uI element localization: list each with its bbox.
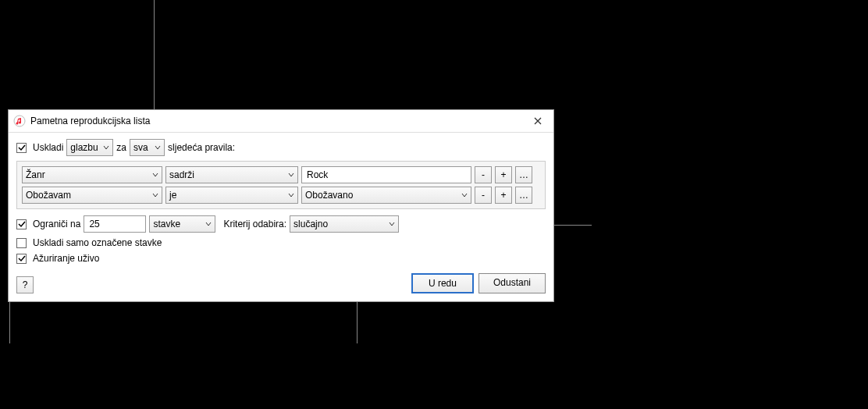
- help-button[interactable]: ?: [16, 276, 34, 293]
- match-type-select[interactable]: glazbu: [66, 139, 113, 156]
- music-app-icon: [13, 115, 26, 127]
- add-rule-button[interactable]: +: [495, 187, 512, 204]
- input-value: Rock: [307, 169, 328, 180]
- rule-field-select[interactable]: Obožavam: [22, 187, 162, 204]
- select-value: Žanr: [26, 169, 45, 180]
- select-value: stavke: [153, 219, 180, 229]
- rules-suffix-label: sljedeća pravila:: [168, 142, 235, 153]
- callout-line: [154, 0, 155, 109]
- for-label: za: [116, 142, 126, 153]
- match-scope-select[interactable]: sva: [130, 139, 165, 156]
- plus-icon: +: [500, 169, 506, 180]
- select-value: sadrži: [169, 169, 194, 180]
- chevron-down-icon: [103, 142, 109, 153]
- remove-rule-button[interactable]: -: [475, 166, 492, 183]
- live-update-checkbox[interactable]: [16, 254, 27, 264]
- select-value: Obožavano: [305, 190, 353, 201]
- only-checked-label: Uskladi samo označene stavke: [33, 237, 162, 248]
- only-checked-checkbox[interactable]: [16, 238, 27, 248]
- ellipsis-icon: …: [519, 169, 528, 180]
- callout-line: [9, 297, 10, 343]
- match-label: Uskladi: [33, 142, 63, 153]
- svg-point-0: [14, 116, 25, 126]
- limit-checkbox[interactable]: [16, 219, 27, 229]
- button-label: Odustani: [493, 277, 531, 288]
- rule-row: Žanr sadrži Rock - + …: [22, 166, 540, 183]
- limit-label: Ograniči na: [33, 219, 80, 229]
- chevron-down-icon: [152, 190, 158, 201]
- help-icon: ?: [23, 279, 28, 290]
- rules-container: Žanr sadrži Rock - + … Obožavam: [16, 161, 546, 209]
- button-label: U redu: [429, 278, 457, 289]
- input-value: 25: [89, 219, 99, 229]
- minus-icon: -: [482, 169, 485, 180]
- titlebar: Pametna reprodukcijska lista: [9, 110, 553, 133]
- select-value: glazbu: [70, 142, 98, 153]
- limit-value-input[interactable]: 25: [84, 215, 146, 233]
- chevron-down-icon: [205, 219, 212, 229]
- select-value: sva: [133, 142, 148, 153]
- criteria-label: Kriterij odabira:: [223, 219, 286, 229]
- select-value: slučajno: [293, 219, 328, 229]
- rule-value-select[interactable]: Obožavano: [301, 187, 471, 204]
- select-value: Obožavam: [26, 190, 71, 201]
- rule-field-select[interactable]: Žanr: [22, 166, 162, 183]
- plus-icon: +: [500, 190, 506, 201]
- match-row: Uskladi glazbu za sva sljedeća pravila:: [16, 139, 546, 156]
- rule-operator-select[interactable]: je: [165, 187, 298, 204]
- cancel-button[interactable]: Odustani: [478, 273, 546, 293]
- only-checked-row: Uskladi samo označene stavke: [16, 237, 546, 248]
- rule-row: Obožavam je Obožavano - + …: [22, 187, 540, 204]
- match-checkbox[interactable]: [16, 143, 27, 153]
- more-rule-button[interactable]: …: [515, 166, 532, 183]
- chevron-down-icon: [288, 190, 294, 201]
- limit-unit-select[interactable]: stavke: [149, 215, 215, 233]
- ellipsis-icon: …: [519, 190, 528, 201]
- chevron-down-icon: [389, 219, 395, 229]
- live-update-label: Ažuriranje uživo: [33, 253, 99, 264]
- chevron-down-icon: [155, 142, 161, 153]
- limit-row: Ograniči na 25 stavke Kriterij odabira: …: [16, 215, 546, 233]
- ok-button[interactable]: U redu: [411, 273, 474, 293]
- close-button[interactable]: [527, 113, 549, 129]
- remove-rule-button[interactable]: -: [475, 187, 492, 204]
- criteria-select[interactable]: slučajno: [290, 215, 399, 233]
- chevron-down-icon: [461, 190, 468, 201]
- chevron-down-icon: [152, 169, 158, 180]
- rule-operator-select[interactable]: sadrži: [165, 166, 298, 183]
- minus-icon: -: [482, 190, 485, 201]
- close-icon: [534, 117, 542, 125]
- chevron-down-icon: [288, 169, 294, 180]
- more-rule-button[interactable]: …: [515, 187, 532, 204]
- select-value: je: [169, 190, 176, 201]
- dialog-content: Uskladi glazbu za sva sljedeća pravila: …: [9, 133, 553, 301]
- live-update-row: Ažuriranje uživo: [16, 253, 546, 264]
- rule-value-input[interactable]: Rock: [301, 166, 471, 183]
- smart-playlist-dialog: Pametna reprodukcijska lista Uskladi gla…: [8, 109, 554, 302]
- add-rule-button[interactable]: +: [495, 166, 512, 183]
- dialog-title: Pametna reprodukcijska lista: [30, 116, 527, 126]
